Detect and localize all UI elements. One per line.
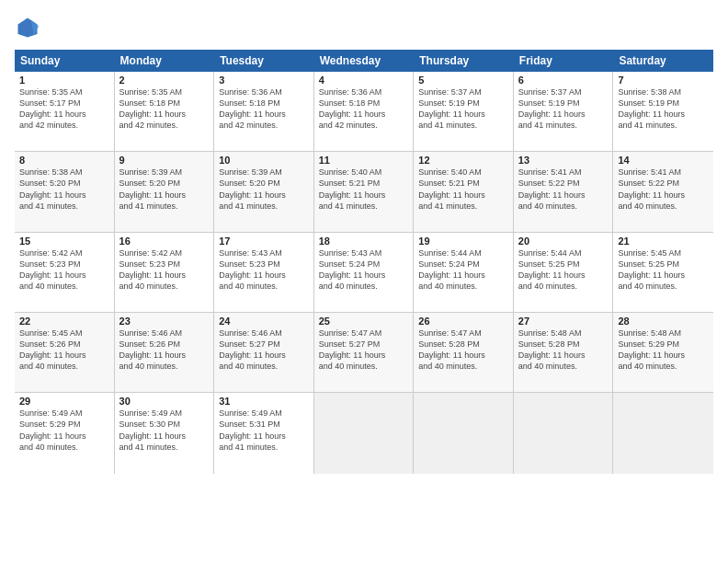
day-info: Sunrise: 5:42 AM Sunset: 5:23 PM Dayligh… bbox=[19, 247, 109, 293]
calendar-cell: 30Sunrise: 5:49 AM Sunset: 5:30 PM Dayli… bbox=[115, 393, 215, 473]
day-number: 29 bbox=[19, 396, 109, 407]
calendar-cell: 10Sunrise: 5:39 AM Sunset: 5:20 PM Dayli… bbox=[214, 152, 314, 231]
header-day-wednesday: Wednesday bbox=[314, 50, 415, 72]
calendar-cell bbox=[414, 393, 514, 473]
day-info: Sunrise: 5:39 AM Sunset: 5:20 PM Dayligh… bbox=[219, 167, 309, 212]
header-day-monday: Monday bbox=[115, 50, 215, 72]
calendar-row-2: 8Sunrise: 5:38 AM Sunset: 5:20 PM Daylig… bbox=[15, 152, 713, 232]
header-day-saturday: Saturday bbox=[613, 50, 713, 72]
day-info: Sunrise: 5:41 AM Sunset: 5:22 PM Dayligh… bbox=[618, 167, 709, 212]
day-info: Sunrise: 5:45 AM Sunset: 5:25 PM Dayligh… bbox=[618, 247, 709, 293]
calendar-cell: 3Sunrise: 5:36 AM Sunset: 5:18 PM Daylig… bbox=[214, 72, 314, 151]
calendar-cell bbox=[314, 393, 415, 473]
day-number: 16 bbox=[119, 236, 210, 247]
day-number: 3 bbox=[219, 75, 309, 86]
day-number: 25 bbox=[319, 316, 409, 327]
calendar-row-3: 15Sunrise: 5:42 AM Sunset: 5:23 PM Dayli… bbox=[15, 233, 713, 313]
day-number: 11 bbox=[319, 155, 409, 166]
calendar-cell: 23Sunrise: 5:46 AM Sunset: 5:26 PM Dayli… bbox=[115, 313, 215, 392]
day-info: Sunrise: 5:48 AM Sunset: 5:28 PM Dayligh… bbox=[518, 327, 609, 373]
calendar-cell: 24Sunrise: 5:46 AM Sunset: 5:27 PM Dayli… bbox=[214, 313, 314, 392]
day-number: 20 bbox=[518, 236, 609, 247]
day-number: 4 bbox=[319, 75, 409, 86]
calendar-cell: 8Sunrise: 5:38 AM Sunset: 5:20 PM Daylig… bbox=[15, 152, 115, 231]
day-number: 7 bbox=[618, 75, 709, 86]
calendar-cell: 27Sunrise: 5:48 AM Sunset: 5:28 PM Dayli… bbox=[514, 313, 614, 392]
day-info: Sunrise: 5:47 AM Sunset: 5:27 PM Dayligh… bbox=[319, 327, 409, 373]
calendar-row-1: 1Sunrise: 5:35 AM Sunset: 5:17 PM Daylig… bbox=[15, 72, 713, 152]
day-info: Sunrise: 5:41 AM Sunset: 5:22 PM Dayligh… bbox=[518, 167, 609, 212]
day-info: Sunrise: 5:38 AM Sunset: 5:19 PM Dayligh… bbox=[618, 86, 709, 132]
calendar-cell: 6Sunrise: 5:37 AM Sunset: 5:19 PM Daylig… bbox=[514, 72, 614, 151]
day-info: Sunrise: 5:40 AM Sunset: 5:21 PM Dayligh… bbox=[418, 167, 508, 212]
logo bbox=[15, 15, 44, 40]
header-day-sunday: Sunday bbox=[15, 50, 115, 72]
calendar: SundayMondayTuesdayWednesdayThursdayFrid… bbox=[15, 50, 713, 554]
day-info: Sunrise: 5:48 AM Sunset: 5:29 PM Dayligh… bbox=[618, 327, 709, 373]
day-number: 22 bbox=[19, 316, 109, 327]
calendar-cell: 25Sunrise: 5:47 AM Sunset: 5:27 PM Dayli… bbox=[314, 313, 415, 392]
day-number: 19 bbox=[418, 236, 508, 247]
day-info: Sunrise: 5:46 AM Sunset: 5:27 PM Dayligh… bbox=[219, 327, 309, 373]
calendar-cell: 18Sunrise: 5:43 AM Sunset: 5:24 PM Dayli… bbox=[314, 233, 415, 312]
day-number: 18 bbox=[319, 236, 409, 247]
day-info: Sunrise: 5:49 AM Sunset: 5:29 PM Dayligh… bbox=[19, 408, 109, 453]
day-number: 21 bbox=[618, 236, 709, 247]
day-info: Sunrise: 5:43 AM Sunset: 5:24 PM Dayligh… bbox=[319, 247, 409, 293]
day-info: Sunrise: 5:44 AM Sunset: 5:24 PM Dayligh… bbox=[418, 247, 508, 293]
day-info: Sunrise: 5:42 AM Sunset: 5:23 PM Dayligh… bbox=[119, 247, 210, 293]
calendar-cell: 12Sunrise: 5:40 AM Sunset: 5:21 PM Dayli… bbox=[414, 152, 514, 231]
calendar-cell: 21Sunrise: 5:45 AM Sunset: 5:25 PM Dayli… bbox=[613, 233, 713, 312]
day-number: 17 bbox=[219, 236, 309, 247]
calendar-cell: 14Sunrise: 5:41 AM Sunset: 5:22 PM Dayli… bbox=[613, 152, 713, 231]
calendar-cell bbox=[613, 393, 713, 473]
day-info: Sunrise: 5:44 AM Sunset: 5:25 PM Dayligh… bbox=[518, 247, 609, 293]
calendar-row-5: 29Sunrise: 5:49 AM Sunset: 5:29 PM Dayli… bbox=[15, 393, 713, 473]
day-number: 15 bbox=[19, 236, 109, 247]
day-number: 27 bbox=[518, 316, 609, 327]
calendar-cell: 9Sunrise: 5:39 AM Sunset: 5:20 PM Daylig… bbox=[115, 152, 215, 231]
header-day-tuesday: Tuesday bbox=[214, 50, 314, 72]
header bbox=[15, 15, 713, 40]
day-info: Sunrise: 5:37 AM Sunset: 5:19 PM Dayligh… bbox=[418, 86, 508, 132]
day-info: Sunrise: 5:38 AM Sunset: 5:20 PM Dayligh… bbox=[19, 167, 109, 212]
calendar-cell: 15Sunrise: 5:42 AM Sunset: 5:23 PM Dayli… bbox=[15, 233, 115, 312]
calendar-cell: 26Sunrise: 5:47 AM Sunset: 5:28 PM Dayli… bbox=[414, 313, 514, 392]
day-info: Sunrise: 5:39 AM Sunset: 5:20 PM Dayligh… bbox=[119, 167, 210, 212]
calendar-header: SundayMondayTuesdayWednesdayThursdayFrid… bbox=[15, 50, 713, 72]
day-info: Sunrise: 5:37 AM Sunset: 5:19 PM Dayligh… bbox=[518, 86, 609, 132]
day-number: 14 bbox=[618, 155, 709, 166]
calendar-cell: 29Sunrise: 5:49 AM Sunset: 5:29 PM Dayli… bbox=[15, 393, 115, 473]
calendar-row-4: 22Sunrise: 5:45 AM Sunset: 5:26 PM Dayli… bbox=[15, 313, 713, 393]
day-number: 13 bbox=[518, 155, 609, 166]
calendar-cell: 28Sunrise: 5:48 AM Sunset: 5:29 PM Dayli… bbox=[613, 313, 713, 392]
day-number: 9 bbox=[119, 155, 210, 166]
day-info: Sunrise: 5:40 AM Sunset: 5:21 PM Dayligh… bbox=[319, 167, 409, 212]
calendar-cell: 11Sunrise: 5:40 AM Sunset: 5:21 PM Dayli… bbox=[314, 152, 415, 231]
calendar-cell: 17Sunrise: 5:43 AM Sunset: 5:23 PM Dayli… bbox=[214, 233, 314, 312]
day-info: Sunrise: 5:43 AM Sunset: 5:23 PM Dayligh… bbox=[219, 247, 309, 293]
day-number: 30 bbox=[119, 396, 210, 407]
day-info: Sunrise: 5:36 AM Sunset: 5:18 PM Dayligh… bbox=[219, 86, 309, 132]
calendar-cell: 2Sunrise: 5:35 AM Sunset: 5:18 PM Daylig… bbox=[115, 72, 215, 151]
day-info: Sunrise: 5:35 AM Sunset: 5:18 PM Dayligh… bbox=[119, 86, 210, 132]
day-number: 12 bbox=[418, 155, 508, 166]
day-number: 2 bbox=[119, 75, 210, 86]
day-number: 26 bbox=[418, 316, 508, 327]
calendar-cell: 19Sunrise: 5:44 AM Sunset: 5:24 PM Dayli… bbox=[414, 233, 514, 312]
day-info: Sunrise: 5:49 AM Sunset: 5:31 PM Dayligh… bbox=[219, 408, 309, 453]
calendar-cell: 13Sunrise: 5:41 AM Sunset: 5:22 PM Dayli… bbox=[514, 152, 614, 231]
calendar-cell: 5Sunrise: 5:37 AM Sunset: 5:19 PM Daylig… bbox=[414, 72, 514, 151]
day-info: Sunrise: 5:36 AM Sunset: 5:18 PM Dayligh… bbox=[319, 86, 409, 132]
day-number: 23 bbox=[119, 316, 210, 327]
day-number: 10 bbox=[219, 155, 309, 166]
day-info: Sunrise: 5:49 AM Sunset: 5:30 PM Dayligh… bbox=[119, 408, 210, 453]
day-number: 1 bbox=[19, 75, 109, 86]
day-info: Sunrise: 5:47 AM Sunset: 5:28 PM Dayligh… bbox=[418, 327, 508, 373]
calendar-cell: 4Sunrise: 5:36 AM Sunset: 5:18 PM Daylig… bbox=[314, 72, 415, 151]
calendar-cell: 31Sunrise: 5:49 AM Sunset: 5:31 PM Dayli… bbox=[214, 393, 314, 473]
calendar-cell: 1Sunrise: 5:35 AM Sunset: 5:17 PM Daylig… bbox=[15, 72, 115, 151]
day-number: 24 bbox=[219, 316, 309, 327]
calendar-body: 1Sunrise: 5:35 AM Sunset: 5:17 PM Daylig… bbox=[15, 72, 713, 554]
calendar-cell: 16Sunrise: 5:42 AM Sunset: 5:23 PM Dayli… bbox=[115, 233, 215, 312]
